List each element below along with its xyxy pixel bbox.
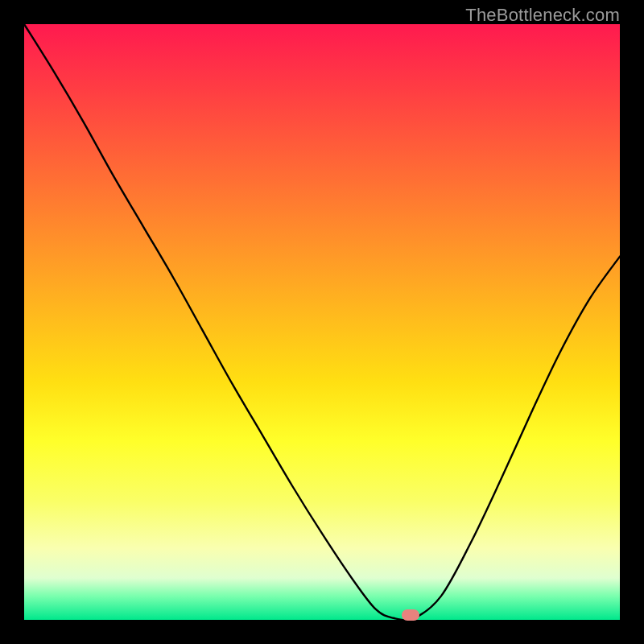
chart-frame: TheBottleneck.com xyxy=(0,0,644,644)
bottleneck-curve xyxy=(24,24,620,620)
curve-path xyxy=(24,24,620,620)
optimum-marker xyxy=(402,609,419,621)
watermark-text: TheBottleneck.com xyxy=(465,5,620,26)
plot-area xyxy=(24,24,620,620)
